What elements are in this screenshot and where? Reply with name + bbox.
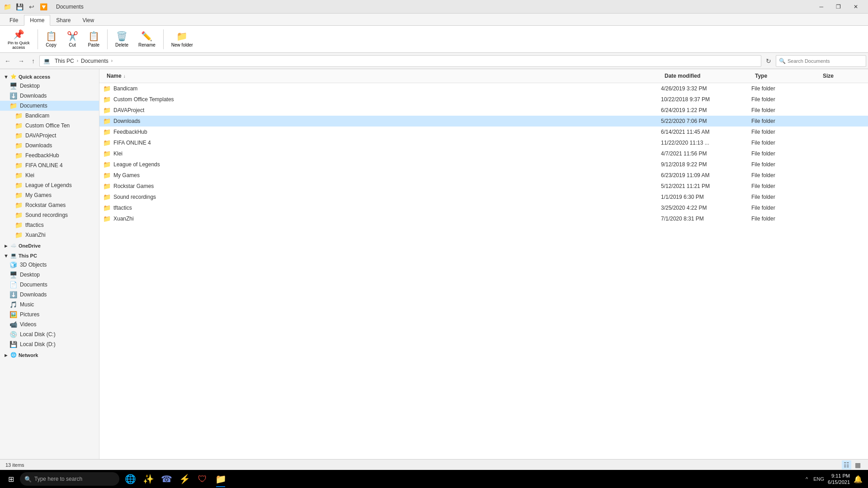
file-name: 📁 DAVAProject (103, 107, 661, 114)
sidebar-section-thispc[interactable]: ▼ 💻 This PC (0, 250, 99, 260)
file-type: File folder (751, 129, 819, 135)
sidebar-item-3dobjects[interactable]: 🧊 3D Objects (0, 260, 99, 270)
sidebar-item-custom-office[interactable]: 📁 Custom Office Ten (0, 121, 99, 131)
table-row[interactable]: 📁 Bandicam 4/26/2019 3:32 PM File folder (99, 83, 868, 94)
col-header-type[interactable]: Type (751, 71, 819, 81)
details-view-button[interactable]: ☷ (842, 460, 851, 469)
sidebar-item-pictures[interactable]: 🖼️ Pictures (0, 310, 99, 319)
col-header-date[interactable]: Date modified (661, 71, 751, 81)
table-row[interactable]: 📁 Downloads 5/22/2020 7:06 PM File folde… (99, 116, 868, 127)
taskbar-app-explorer[interactable]: 📁 (212, 470, 230, 488)
minimize-button[interactable]: ─ (813, 0, 830, 14)
address-path[interactable]: 💻 This PC › Documents › (39, 55, 761, 67)
large-icons-view-button[interactable]: ▦ (853, 460, 863, 469)
sidebar-item-sound[interactable]: 📁 Sound recordings (0, 210, 99, 220)
customize-button[interactable]: 🔽 (38, 2, 50, 11)
taskbar-app-chrome[interactable]: 🌐 (121, 470, 139, 488)
cut-button[interactable]: ✂️ Cut (63, 28, 82, 51)
start-button[interactable]: ⊞ (2, 470, 20, 488)
sidebar-item-downloads-pc[interactable]: ⬇️ Downloads (0, 290, 99, 300)
sidebar-item-videos[interactable]: 📹 Videos (0, 319, 99, 329)
sidebar-item-downloads-qa[interactable]: ⬇️ Downloads (0, 91, 99, 101)
date-display: 6/15/2021 (828, 479, 850, 485)
restore-button[interactable]: ❐ (830, 0, 847, 14)
sidebar-item-bandicam[interactable]: 📁 Bandicam (0, 111, 99, 121)
paste-button[interactable]: 📋 Paste (84, 28, 104, 51)
rename-button[interactable]: ✏️ Rename (134, 28, 160, 51)
sidebar-quickaccess-label: Quick access (19, 74, 50, 80)
tab-home[interactable]: Home (24, 15, 50, 26)
tab-file[interactable]: File (4, 15, 24, 25)
title-bar-title: Documents (56, 4, 84, 10)
sidebar-section-quickaccess[interactable]: ▼ ⭐ Quick access (0, 71, 99, 81)
sidebar-item-documents-pc[interactable]: 📄 Documents (0, 280, 99, 290)
table-row[interactable]: 📁 My Games 6/23/2019 11:09 AM File folde… (99, 170, 868, 181)
copy-button[interactable]: 📋 Copy (42, 28, 61, 51)
up-button[interactable]: ↑ (29, 56, 38, 66)
search-box[interactable]: 🔍 (776, 55, 866, 67)
crumb-thispc[interactable]: This PC (53, 57, 76, 65)
sidebar-item-downloads-doc[interactable]: 📁 Downloads (0, 141, 99, 150)
notification-icon[interactable]: 🔔 (854, 475, 863, 483)
sidebar-item-mygames[interactable]: 📁 My Games (0, 190, 99, 200)
taskbar-app-app2[interactable]: 🛡 (193, 470, 212, 488)
sidebar-item-music[interactable]: 🎵 Music (0, 300, 99, 310)
table-row[interactable]: 📁 Sound recordings 1/1/2019 6:30 PM File… (99, 192, 868, 202)
col-header-name[interactable]: Name ↓ (103, 71, 661, 81)
search-input[interactable] (788, 58, 863, 64)
delete-button[interactable]: 🗑️ Delete (111, 28, 132, 51)
pin-quickaccess-button[interactable]: 📌 Pin to Quickaccess (4, 28, 34, 51)
file-name-text: DAVAProject (113, 107, 144, 113)
table-row[interactable]: 📁 XuanZhi 7/1/2020 8:31 PM File folder (99, 213, 868, 224)
sidebar-item-tftactics[interactable]: 📁 tftactics (0, 220, 99, 230)
sidebar-item-xuanzhi[interactable]: 📁 XuanZhi (0, 230, 99, 240)
save-button[interactable]: 💾 (14, 2, 26, 11)
file-name: 📁 Sound recordings (103, 193, 661, 201)
sidebar-item-klei[interactable]: 📁 Klei (0, 170, 99, 180)
tab-share[interactable]: Share (50, 15, 76, 25)
file-name-text: Klei (113, 150, 123, 157)
forward-button[interactable]: → (15, 56, 27, 66)
sidebar-item-desktop[interactable]: 🖥️ Desktop (0, 81, 99, 91)
folder-icon: 📁 (4, 3, 11, 10)
taskbar-app-edge[interactable]: ✨ (139, 470, 157, 488)
file-folder-icon: 📁 (103, 183, 111, 190)
col-header-size[interactable]: Size (819, 71, 864, 81)
new-folder-button[interactable]: 📁 New folder (167, 28, 197, 51)
sidebar-section-onedrive[interactable]: ► ☁️ OneDrive (0, 240, 99, 250)
table-row[interactable]: 📁 FIFA ONLINE 4 11/22/2020 11:13 ... Fil… (99, 137, 868, 148)
taskbar-app-app1[interactable]: ⚡ (175, 470, 193, 488)
undo-button[interactable]: ↩ (27, 2, 37, 11)
table-row[interactable]: 📁 Custom Office Templates 10/22/2018 9:3… (99, 94, 868, 105)
sidebar-item-feedbackhub[interactable]: 📁 FeedbackHub (0, 150, 99, 160)
file-type: File folder (751, 85, 819, 92)
chevron-right-icon-2: ► (4, 352, 9, 358)
table-row[interactable]: 📁 DAVAProject 6/24/2019 1:22 PM File fol… (99, 105, 868, 116)
table-row[interactable]: 📁 Rockstar Games 5/12/2021 11:21 PM File… (99, 181, 868, 192)
sidebar-item-desktop-pc[interactable]: 🖥️ Desktop (0, 270, 99, 280)
taskbar-chevron[interactable]: ^ (804, 474, 810, 483)
sidebar-item-local-c[interactable]: 💿 Local Disk (C:) (0, 329, 99, 339)
back-button[interactable]: ← (2, 56, 14, 66)
sidebar-item-fifa[interactable]: 📁 FIFA ONLINE 4 (0, 160, 99, 170)
documents-icon: 📁 (9, 102, 17, 109)
tab-view[interactable]: View (76, 15, 100, 25)
table-row[interactable]: 📁 FeedbackHub 6/14/2021 11:45 AM File fo… (99, 127, 868, 137)
table-row[interactable]: 📁 tftactics 3/25/2020 4:22 PM File folde… (99, 202, 868, 213)
sidebar-item-lol[interactable]: 📁 League of Legends (0, 180, 99, 190)
table-row[interactable]: 📁 Klei 4/7/2021 11:56 PM File folder (99, 148, 868, 159)
close-button[interactable]: ✕ (847, 0, 864, 14)
sidebar-item-davaproject[interactable]: 📁 DAVAProject (0, 131, 99, 141)
crumb-documents[interactable]: Documents (79, 57, 110, 65)
app1-icon: ⚡ (179, 474, 190, 484)
file-folder-icon: 📁 (103, 107, 111, 114)
table-row[interactable]: 📁 League of Legends 9/12/2018 9:22 PM Fi… (99, 159, 868, 170)
sidebar-item-documents[interactable]: 📁 Documents (0, 101, 99, 111)
address-bar: ← → ↑ 💻 This PC › Documents › ↻ 🔍 (0, 53, 868, 69)
refresh-button[interactable]: ↻ (763, 56, 774, 66)
sidebar-section-network[interactable]: ► 🌐 Network (0, 349, 99, 359)
taskbar-search[interactable]: 🔍 Type here to search (20, 472, 119, 486)
sidebar-item-rockstar[interactable]: 📁 Rockstar Games (0, 200, 99, 210)
taskbar-app-discord[interactable]: ☎ (157, 470, 175, 488)
sidebar-item-local-d[interactable]: 💾 Local Disk (D:) (0, 339, 99, 349)
